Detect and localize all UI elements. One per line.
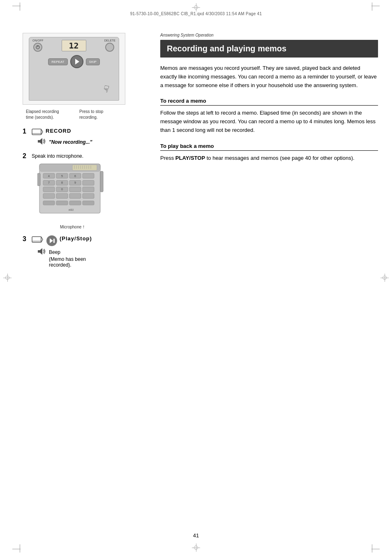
trim-mark [20,544,20,553]
page-number: 41 [193,532,199,539]
step-3-recorded-text: (Memo has beenrecorded). [49,256,86,268]
svg-text:9: 9 [74,181,76,184]
speaker-icon-3 [37,248,46,255]
svg-rect-53 [38,250,40,253]
trim-mark [371,6,380,6]
svg-marker-54 [40,248,42,255]
svg-text:7: 7 [48,181,50,184]
step-2-line: 2 Speak into microphone. [23,152,146,160]
skip-button: SKIP [86,58,100,65]
step-2-number: 2 [23,152,29,160]
step-3-sub: Beep (Memo has beenrecorded). [37,248,146,268]
svg-text:8: 8 [61,181,63,184]
sub-section-playback-title: To play back a memo [160,143,378,151]
svg-marker-51 [50,238,53,243]
step-3-beep-text: Beep [49,249,60,255]
mic-up-arrow-icon: ↑ [82,224,85,230]
playstop-button-icon [46,235,57,246]
left-column: ON/OFF 12 DELETE REPEAT [23,33,146,274]
crosshair-left [3,274,12,282]
sub-section-record: To record a memo Follow the steps at lef… [160,98,378,134]
step-1-label: RECORD [46,128,71,134]
caption-press-stop: Press to stop recording. [79,109,116,120]
caption-elapsed: Elapsed recording time (seconds). [26,109,63,120]
play-stop-bold: PLAY/STOP [175,155,205,161]
microphone-text: Microphone [60,225,81,229]
svg-rect-18 [83,180,94,185]
file-info: 91-5730-10-00_E5862BC CIB_R1.qxd 4/30/20… [130,12,262,16]
step-1-number: 1 [23,128,29,135]
microphone-label: Microphone↑ [60,224,85,230]
repeat-button: REPEAT [48,58,67,65]
step-3-line: 3 (Play/Stop) [23,235,146,246]
sub-section-record-body: Follow the steps at left to record a mem… [160,109,378,134]
step-1-line: 1 RECORD [23,128,146,136]
device-captions: Elapsed recording time (seconds). Press … [26,109,146,120]
svg-rect-26 [83,193,94,198]
svg-text:6: 6 [74,175,76,177]
svg-rect-28 [56,201,68,205]
step-1-icon [32,128,43,136]
svg-rect-22 [83,187,94,192]
trim-mark [20,2,20,11]
play-button [70,55,83,68]
phone-svg: 4 5 6 7 8 9 0 at&t [37,163,105,216]
crosshair-top [192,3,200,12]
svg-text:at&t: at&t [69,208,74,211]
step-2: 2 Speak into microphone. [23,152,146,221]
step-3-label: (Play/Stop) [60,235,92,242]
step-1-sub: "Now recording..." [37,138,146,147]
svg-rect-10 [37,173,40,186]
step-3-number: 3 [23,235,29,243]
trim-mark [12,6,21,6]
svg-text:5: 5 [61,175,63,177]
svg-rect-31 [100,171,103,192]
svg-rect-25 [69,193,81,198]
step-3: 3 (Play/Stop) [23,235,146,268]
record-tape-icon-3 [32,235,43,244]
delete-label: DELETE [104,39,115,42]
svg-rect-30 [83,201,94,205]
section-label: Answering System Operation [160,33,378,37]
trim-mark [371,549,380,549]
sub-section-playback: To play back a memo Press PLAY/STOP to h… [160,143,378,163]
svg-rect-49 [32,237,41,242]
record-tape-icon [32,128,43,136]
trim-mark [372,2,372,11]
playstop-svg [49,238,55,244]
sub-section-record-title: To record a memo [160,98,378,106]
step-3-icon [32,235,43,244]
svg-rect-27 [43,201,55,205]
step-1-speaker-icon [37,138,46,147]
device-display: 12 [62,40,86,51]
speaker-icon [37,138,46,145]
svg-rect-4 [38,140,40,143]
step-1: 1 RECORD [23,128,146,147]
device-top-bar: ON/OFF 12 DELETE [29,37,119,53]
svg-rect-23 [43,193,55,198]
svg-text:0: 0 [61,188,63,191]
delete-button [105,43,114,52]
step-3-speaker-icon [37,248,46,256]
page-title: Recording and playing memos [160,40,378,58]
svg-rect-52 [53,239,55,243]
phone-device-image: 4 5 6 7 8 9 0 at&t Micropho [37,163,105,221]
svg-marker-5 [40,138,42,145]
onoff-label: ON/OFF [32,39,43,42]
right-column: Answering System Operation Recording and… [160,33,378,171]
sub-section-playback-body: Press PLAY/STOP to hear messages and mem… [160,154,378,163]
device-top-panel: ON/OFF 12 DELETE REPEAT [29,37,119,101]
step-2-body: Speak into microphone. [32,153,83,159]
page: 91-5730-10-00_E5862BC CIB_R1.qxd 4/30/20… [0,0,392,555]
step-1-sub-text: "Now recording..." [49,139,92,145]
trim-mark [372,544,372,553]
svg-text:4: 4 [48,175,50,177]
svg-rect-29 [69,201,81,205]
trim-mark [12,549,21,549]
hand-pointer-icon: ☟ [102,83,110,95]
svg-rect-19 [43,187,55,192]
svg-rect-21 [69,187,81,192]
svg-rect-14 [83,173,94,178]
crosshair-bottom [192,543,200,552]
onoff-button [33,43,42,52]
